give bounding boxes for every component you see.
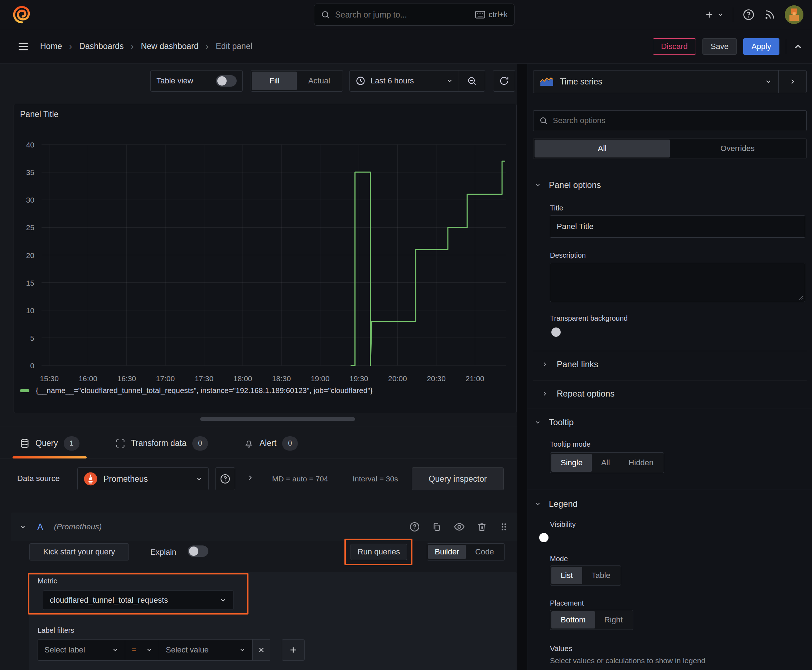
user-avatar[interactable] bbox=[785, 5, 804, 24]
collapse-options-pane-button[interactable] bbox=[778, 71, 806, 93]
svg-text:30: 30 bbox=[26, 196, 34, 204]
tooltip-mode-label: Tooltip mode bbox=[550, 440, 590, 448]
breadcrumb-home[interactable]: Home bbox=[40, 42, 62, 51]
tooltip-mode-switch: Single All Hidden bbox=[550, 452, 664, 473]
pane-resize-handle[interactable] bbox=[200, 417, 355, 421]
svg-text:0: 0 bbox=[30, 362, 34, 370]
code-option[interactable]: Code bbox=[466, 545, 503, 559]
chevron-down-icon bbox=[146, 647, 153, 653]
table-view-toggle[interactable] bbox=[216, 75, 237, 86]
save-button[interactable]: Save bbox=[702, 38, 737, 55]
description-input[interactable] bbox=[550, 263, 805, 302]
drag-handle-icon[interactable] bbox=[499, 522, 509, 532]
delete-query-icon[interactable] bbox=[476, 521, 487, 532]
legend-placement-switch: Bottom Right bbox=[550, 610, 633, 630]
duplicate-query-icon[interactable] bbox=[431, 521, 442, 532]
toggle-visibility-icon[interactable] bbox=[454, 521, 465, 533]
chevron-right-icon bbox=[542, 391, 548, 397]
breadcrumb-new-dashboard[interactable]: New dashboard bbox=[141, 42, 198, 51]
label-filter-row: Select label = Select value bbox=[37, 639, 305, 661]
builder-option[interactable]: Builder bbox=[428, 545, 466, 559]
chevron-down-icon bbox=[534, 182, 541, 188]
close-icon bbox=[258, 646, 265, 654]
discard-button[interactable]: Discard bbox=[653, 38, 696, 55]
kick-start-query-button[interactable]: Kick start your query bbox=[29, 543, 129, 560]
add-filter-button[interactable] bbox=[282, 639, 305, 661]
svg-text:20: 20 bbox=[26, 251, 34, 259]
legend-mode-list[interactable]: List bbox=[551, 567, 582, 584]
visualization-name: Time series bbox=[560, 77, 758, 86]
tab-transform-data[interactable]: Transform data 0 bbox=[108, 428, 215, 459]
alert-count-badge: 0 bbox=[282, 436, 298, 451]
section-panel-links[interactable]: Panel links bbox=[542, 359, 598, 369]
svg-text:10: 10 bbox=[26, 306, 34, 315]
query-help-icon[interactable] bbox=[409, 521, 420, 532]
legend-placement-right[interactable]: Right bbox=[595, 611, 632, 628]
bell-icon bbox=[244, 438, 254, 448]
query-inspector-button[interactable]: Query inspector bbox=[412, 467, 504, 490]
legend-placement-label: Placement bbox=[550, 599, 584, 607]
legend-series-marker[interactable] bbox=[20, 389, 29, 392]
time-series-chart[interactable]: 051015202530354015:3016:0016:3017:0017:3… bbox=[14, 140, 516, 383]
refresh-button[interactable] bbox=[493, 70, 515, 91]
tab-query[interactable]: Query 1 bbox=[12, 428, 86, 459]
operator-dropdown[interactable]: = bbox=[125, 639, 159, 661]
legend-placement-bottom[interactable]: Bottom bbox=[551, 611, 595, 628]
metric-select[interactable]: cloudflared_tunnel_total_requests bbox=[43, 590, 234, 610]
actual-option[interactable]: Actual bbox=[297, 71, 342, 90]
tooltip-all-option[interactable]: All bbox=[592, 454, 619, 472]
grafana-logo[interactable] bbox=[12, 5, 32, 24]
query-options-chevron-icon[interactable] bbox=[246, 474, 254, 482]
options-search-input[interactable] bbox=[553, 116, 800, 125]
datasource-help-button[interactable] bbox=[215, 467, 235, 490]
panel-title: Panel Title bbox=[20, 110, 58, 119]
visualization-picker[interactable]: Time series bbox=[534, 71, 778, 93]
select-value-dropdown[interactable]: Select value bbox=[159, 639, 253, 661]
tooltip-hidden-option[interactable]: Hidden bbox=[619, 454, 663, 472]
resize-handle[interactable] bbox=[798, 294, 804, 300]
fill-option[interactable]: Fill bbox=[252, 71, 297, 90]
zoom-out-button[interactable] bbox=[459, 76, 485, 86]
datasource-picker[interactable]: Prometheus bbox=[77, 467, 209, 490]
tab-overrides[interactable]: Overrides bbox=[670, 140, 805, 157]
collapse-query-icon[interactable] bbox=[19, 523, 27, 530]
apply-button[interactable]: Apply bbox=[743, 38, 780, 55]
section-tooltip[interactable]: Tooltip bbox=[534, 417, 573, 427]
svg-text:35: 35 bbox=[26, 168, 34, 176]
explain-toggle[interactable] bbox=[188, 545, 209, 557]
time-range-picker[interactable]: Last 6 hours bbox=[350, 76, 459, 86]
legend-series-label[interactable]: {__name__="cloudflared_tunnel_total_requ… bbox=[36, 386, 373, 395]
svg-text:15: 15 bbox=[26, 279, 34, 287]
query-refid[interactable]: A bbox=[37, 522, 43, 532]
plus-icon bbox=[288, 645, 298, 655]
tooltip-single-option[interactable]: Single bbox=[551, 454, 592, 472]
chart-legend: {__name__="cloudflared_tunnel_total_requ… bbox=[20, 386, 373, 395]
section-repeat-options[interactable]: Repeat options bbox=[542, 389, 614, 399]
run-queries-button[interactable]: Run queries bbox=[351, 544, 407, 560]
global-search[interactable]: ctrl+k bbox=[314, 3, 514, 26]
query-row-header[interactable]: A (Prometheus) bbox=[11, 513, 517, 541]
database-icon bbox=[20, 438, 30, 448]
breadcrumb-dashboards[interactable]: Dashboards bbox=[79, 42, 124, 51]
section-legend[interactable]: Legend bbox=[534, 499, 578, 509]
news-icon[interactable] bbox=[764, 9, 775, 20]
metric-label: Metric bbox=[37, 577, 57, 585]
legend-mode-table[interactable]: Table bbox=[582, 567, 620, 584]
select-label-dropdown[interactable]: Select label bbox=[37, 639, 125, 661]
legend-values-label: Values bbox=[550, 644, 573, 653]
remove-filter-button[interactable] bbox=[253, 639, 270, 661]
options-search[interactable] bbox=[533, 110, 807, 131]
chevron-up-icon[interactable] bbox=[793, 41, 804, 52]
fill-actual-group: Fill Actual bbox=[251, 70, 343, 91]
legend-mode-switch: List Table bbox=[550, 565, 621, 585]
breadcrumb-edit-panel: Edit panel bbox=[216, 42, 253, 51]
help-icon[interactable] bbox=[742, 8, 755, 21]
search-input[interactable] bbox=[335, 10, 470, 20]
panel-title-input[interactable] bbox=[550, 216, 805, 237]
transparent-bg-label: Transparent background bbox=[550, 314, 627, 323]
add-new-button[interactable] bbox=[704, 10, 724, 20]
tab-alert[interactable]: Alert 0 bbox=[237, 428, 305, 459]
section-panel-options[interactable]: Panel options bbox=[534, 180, 601, 190]
tab-all[interactable]: All bbox=[534, 140, 670, 157]
mega-menu-icon[interactable] bbox=[17, 41, 29, 52]
